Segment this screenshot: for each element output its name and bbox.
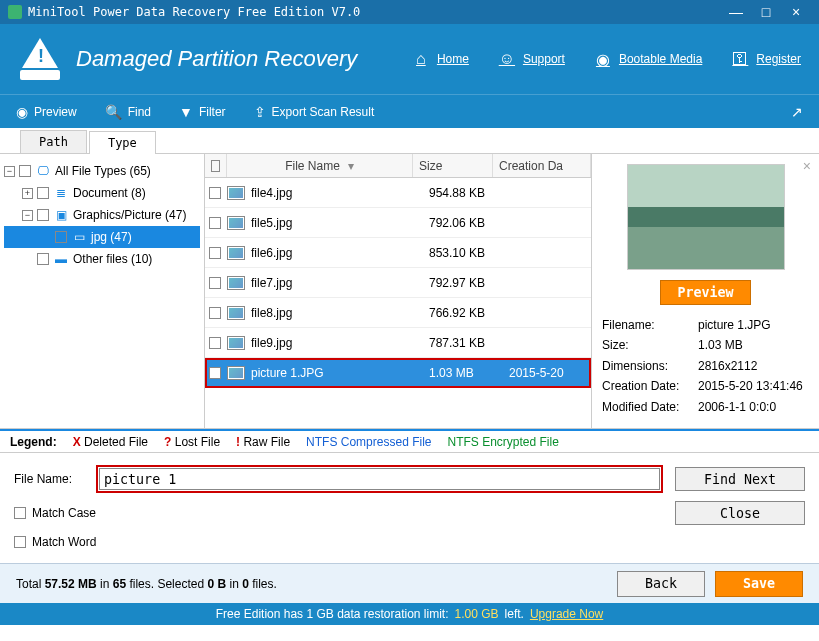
support-icon: ☺	[497, 49, 517, 69]
toolbar: ◉Preview 🔍Find ▼Filter ⇪Export Scan Resu…	[0, 94, 819, 128]
find-panel: File Name: Find Next Match Case Close Ma…	[0, 453, 819, 563]
eye-icon: ◉	[16, 104, 28, 120]
drive-warning-icon: !	[18, 38, 62, 80]
row-checkbox[interactable]	[209, 277, 221, 289]
app-icon	[8, 5, 22, 19]
back-button[interactable]: Back	[617, 571, 705, 597]
tree-item-graphics[interactable]: −▣Graphics/Picture (47)	[4, 204, 200, 226]
home-icon: ⌂	[411, 49, 431, 69]
export-icon: ⇪	[254, 104, 266, 120]
file-row[interactable]: file7.jpg792.97 KB	[205, 268, 591, 298]
image-file-icon	[227, 246, 245, 260]
tab-bar: Path Type	[0, 128, 819, 154]
maximize-button[interactable]: □	[751, 4, 781, 20]
upgrade-link[interactable]: Upgrade Now	[530, 607, 603, 621]
preview-button-large[interactable]: Preview	[660, 280, 750, 305]
filter-button[interactable]: ▼Filter	[179, 104, 226, 120]
close-find-button[interactable]: Close	[675, 501, 805, 525]
file-row[interactable]: file4.jpg954.88 KB	[205, 178, 591, 208]
legend-bar: Legend: X Deleted File ? Lost File ! Raw…	[0, 429, 819, 453]
file-name: file6.jpg	[251, 246, 429, 260]
document-icon: ≣	[53, 186, 69, 200]
checkbox[interactable]	[19, 165, 31, 177]
preview-close-button[interactable]: ×	[803, 158, 811, 174]
file-size: 954.88 KB	[429, 186, 509, 200]
preview-panel: × Preview Filename:picture 1.JPG Size:1.…	[591, 154, 819, 428]
image-file-icon	[227, 276, 245, 290]
find-next-button[interactable]: Find Next	[675, 467, 805, 491]
image-file-icon	[227, 186, 245, 200]
monitor-icon: 🖵	[35, 164, 51, 178]
tree-item-all[interactable]: −🖵All File Types (65)	[4, 160, 200, 182]
file-row[interactable]: file8.jpg766.92 KB	[205, 298, 591, 328]
legend-label: Legend:	[10, 435, 57, 449]
image-icon: ▭	[71, 230, 87, 244]
file-name: file8.jpg	[251, 306, 429, 320]
export-button[interactable]: ⇪Export Scan Result	[254, 104, 375, 120]
image-file-icon	[227, 306, 245, 320]
status-text: Total 57.52 MB in 65 files. Selected 0 B…	[16, 577, 607, 591]
row-checkbox[interactable]	[209, 217, 221, 229]
row-checkbox[interactable]	[209, 307, 221, 319]
share-button[interactable]: ↗	[791, 104, 803, 120]
file-size: 787.31 KB	[429, 336, 509, 350]
key-icon: ⚿	[730, 49, 750, 69]
checkbox[interactable]	[55, 231, 67, 243]
file-list-body[interactable]: file4.jpg954.88 KBfile5.jpg792.06 KBfile…	[205, 178, 591, 428]
file-type-tree[interactable]: −🖵All File Types (65) +≣Document (8) −▣G…	[0, 154, 205, 428]
tab-path[interactable]: Path	[20, 130, 87, 153]
file-name: picture 1.JPG	[251, 366, 429, 380]
col-date[interactable]: Creation Da	[493, 154, 591, 177]
tree-item-other[interactable]: ▬Other files (10)	[4, 248, 200, 270]
share-icon: ↗	[791, 104, 803, 120]
file-name: file9.jpg	[251, 336, 429, 350]
save-button[interactable]: Save	[715, 571, 803, 597]
file-size: 766.92 KB	[429, 306, 509, 320]
collapse-icon[interactable]: −	[22, 210, 33, 221]
preview-button[interactable]: ◉Preview	[16, 104, 77, 120]
checkbox[interactable]	[37, 187, 49, 199]
close-button[interactable]: ×	[781, 4, 811, 20]
file-size: 853.10 KB	[429, 246, 509, 260]
tree-item-document[interactable]: +≣Document (8)	[4, 182, 200, 204]
bootable-media-link[interactable]: ◉Bootable Media	[593, 49, 702, 69]
col-size[interactable]: Size	[413, 154, 493, 177]
match-case-checkbox[interactable]: Match Case	[14, 506, 661, 520]
file-row[interactable]: file6.jpg853.10 KB	[205, 238, 591, 268]
image-file-icon	[227, 366, 245, 380]
main-area: −🖵All File Types (65) +≣Document (8) −▣G…	[0, 154, 819, 429]
picture-icon: ▣	[53, 208, 69, 222]
checkbox[interactable]	[37, 253, 49, 265]
col-name[interactable]: File Name▾	[227, 154, 413, 177]
row-checkbox[interactable]	[209, 187, 221, 199]
register-link[interactable]: ⚿Register	[730, 49, 801, 69]
file-size: 792.97 KB	[429, 276, 509, 290]
expand-icon[interactable]: +	[22, 188, 33, 199]
file-row[interactable]: file5.jpg792.06 KB	[205, 208, 591, 238]
find-button[interactable]: 🔍Find	[105, 104, 151, 120]
sort-icon: ▾	[348, 159, 354, 173]
home-link[interactable]: ⌂Home	[411, 49, 469, 69]
tree-item-jpg[interactable]: ▭jpg (47)	[4, 226, 200, 248]
file-list-header: File Name▾ Size Creation Da	[205, 154, 591, 178]
row-checkbox[interactable]	[209, 367, 221, 379]
select-all-checkbox[interactable]	[211, 160, 220, 172]
row-checkbox[interactable]	[209, 247, 221, 259]
checkbox[interactable]	[37, 209, 49, 221]
tab-type[interactable]: Type	[89, 131, 156, 154]
folder-icon: ▬	[53, 252, 69, 266]
filename-label: File Name:	[14, 472, 84, 486]
support-link[interactable]: ☺Support	[497, 49, 565, 69]
status-bar: Total 57.52 MB in 65 files. Selected 0 B…	[0, 563, 819, 603]
collapse-icon[interactable]: −	[4, 166, 15, 177]
search-icon: 🔍	[105, 104, 122, 120]
filename-input[interactable]	[99, 468, 660, 490]
row-checkbox[interactable]	[209, 337, 221, 349]
preview-thumbnail	[627, 164, 785, 270]
file-row[interactable]: file9.jpg787.31 KB	[205, 328, 591, 358]
file-row[interactable]: picture 1.JPG1.03 MB2015-5-20	[205, 358, 591, 388]
image-file-icon	[227, 216, 245, 230]
minimize-button[interactable]: —	[721, 4, 751, 20]
file-name: file5.jpg	[251, 216, 429, 230]
match-word-checkbox[interactable]: Match Word	[14, 535, 661, 549]
